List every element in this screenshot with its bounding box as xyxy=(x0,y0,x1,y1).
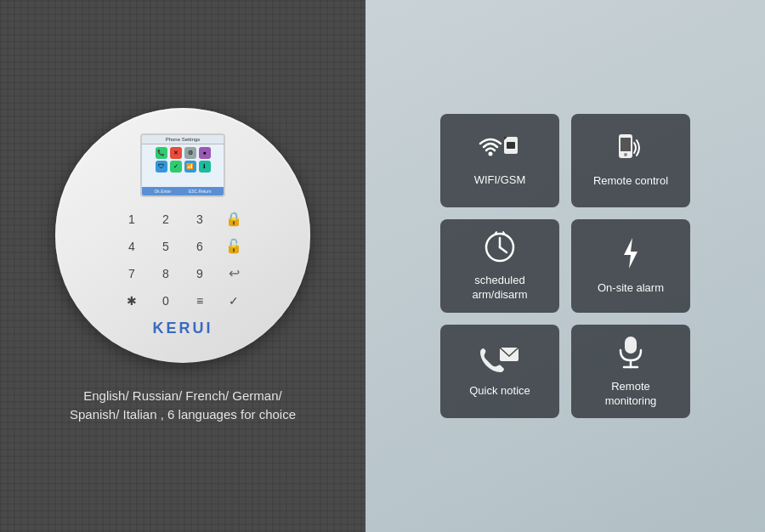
feature-grid: WIFI/GSM Remote control xyxy=(423,97,707,435)
screen-icon-info: ℹ xyxy=(199,161,211,173)
feature-card-scheduled[interactable]: scheduled arm/disarm xyxy=(440,219,559,313)
device-container: Phone Settings 📞 ✕ ⚙ ● 🛡 ✓ 📶 ℹ Ok.Enter … xyxy=(55,108,310,363)
screen-icon-gear: ⚙ xyxy=(184,147,196,159)
key-9[interactable]: 9 xyxy=(184,262,215,286)
svg-point-6 xyxy=(624,153,627,156)
remote-monitoring-label: Remote monitoring xyxy=(605,380,657,409)
feature-card-wifi-gsm[interactable]: WIFI/GSM xyxy=(440,114,559,207)
feature-card-quick-notice[interactable]: Quick notice xyxy=(440,325,559,418)
right-panel: WIFI/GSM Remote control xyxy=(366,0,765,532)
screen-icon-dot: ● xyxy=(199,147,211,159)
key-2[interactable]: 2 xyxy=(150,207,181,231)
key-4[interactable]: 4 xyxy=(116,235,147,258)
on-site-alarm-icon xyxy=(614,236,648,274)
remote-control-label: Remote control xyxy=(593,174,668,189)
key-8[interactable]: 8 xyxy=(150,262,181,286)
screen-icons-row1: 📞 ✕ ⚙ ● xyxy=(142,144,224,161)
language-text: English/ Russian/ French/ German/ Spanis… xyxy=(70,387,296,425)
quick-notice-label: Quick notice xyxy=(469,384,530,399)
svg-rect-5 xyxy=(620,138,631,151)
screen-bar-text: Ok.Enter xyxy=(154,189,171,194)
wifi-gsm-label: WIFI/GSM xyxy=(474,173,526,188)
device-screen: Phone Settings 📞 ✕ ⚙ ● 🛡 ✓ 📶 ℹ Ok.Enter … xyxy=(140,133,225,197)
screen-icon-wifi: 📶 xyxy=(184,161,196,173)
key-unlock[interactable]: 🔓 xyxy=(218,235,249,258)
remote-monitoring-icon xyxy=(615,335,646,373)
key-menu[interactable]: ≡ xyxy=(184,289,215,313)
key-lock[interactable]: 🔒 xyxy=(218,207,249,231)
key-1[interactable]: 1 xyxy=(116,207,147,231)
svg-line-9 xyxy=(500,247,507,252)
key-back[interactable]: ↩ xyxy=(218,262,249,286)
brand-name: KERUI xyxy=(152,320,212,337)
language-line1: English/ Russian/ French/ German/ xyxy=(70,387,296,406)
key-6[interactable]: 6 xyxy=(184,235,215,258)
wifi-gsm-icon xyxy=(479,133,521,167)
svg-point-0 xyxy=(489,152,493,156)
screen-icon-phone: 📞 xyxy=(156,147,167,159)
feature-card-on-site-alarm[interactable]: On-site alarm xyxy=(571,219,690,313)
screen-icon-check: ✓ xyxy=(170,161,182,173)
screen-icon-x: ✕ xyxy=(170,147,182,159)
scheduled-icon xyxy=(483,230,517,267)
feature-card-remote-monitoring[interactable]: Remote monitoring xyxy=(571,325,690,418)
quick-notice-icon xyxy=(478,344,522,377)
key-3[interactable]: 3 xyxy=(184,207,215,231)
keypad: 1 2 3 🔒 4 5 6 🔓 7 8 9 ↩ ✱ 0 ≡ ✓ xyxy=(116,207,249,313)
screen-bottom-bar: Ok.Enter ESC.Return xyxy=(142,187,224,195)
key-5[interactable]: 5 xyxy=(150,235,181,258)
device-circle: Phone Settings 📞 ✕ ⚙ ● 🛡 ✓ 📶 ℹ Ok.Enter … xyxy=(55,108,310,363)
screen-icons-row2: 🛡 ✓ 📶 ℹ xyxy=(142,161,224,174)
feature-card-remote-control[interactable]: Remote control xyxy=(571,114,690,207)
screen-bar-text2: ESC.Return xyxy=(189,189,212,194)
svg-marker-12 xyxy=(624,238,638,269)
svg-rect-3 xyxy=(507,142,515,149)
svg-rect-14 xyxy=(625,337,637,354)
on-site-alarm-label: On-site alarm xyxy=(598,281,664,296)
key-7[interactable]: 7 xyxy=(116,262,147,286)
key-star[interactable]: ✱ xyxy=(116,289,147,313)
language-line2: Spanish/ Italian , 6 languages for choic… xyxy=(70,405,296,425)
key-0[interactable]: 0 xyxy=(150,289,181,313)
screen-header: Phone Settings xyxy=(142,135,224,144)
screen-icon-shield: 🛡 xyxy=(156,161,167,173)
remote-control-icon xyxy=(612,133,649,167)
scheduled-label: scheduled arm/disarm xyxy=(472,274,527,303)
key-check[interactable]: ✓ xyxy=(218,289,249,313)
left-panel: Phone Settings 📞 ✕ ⚙ ● 🛡 ✓ 📶 ℹ Ok.Enter … xyxy=(0,0,366,532)
